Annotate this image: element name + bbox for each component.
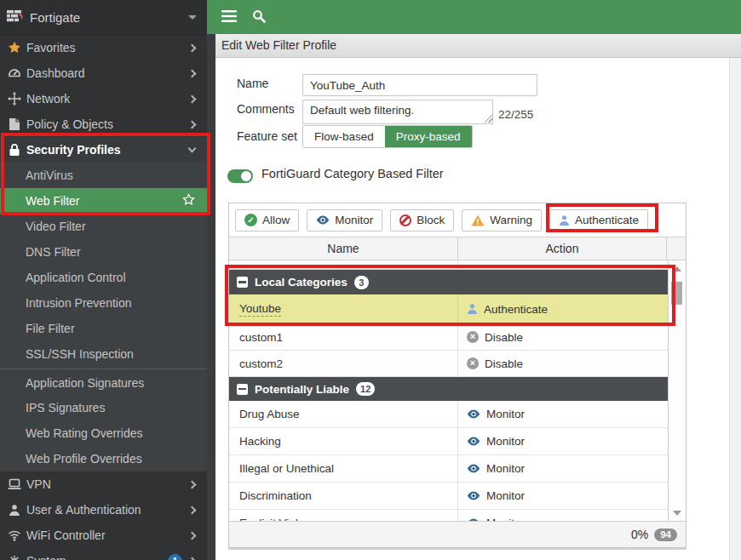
sidebar-item-ips-signatures[interactable]: IPS Signatures <box>0 395 207 420</box>
fortiguard-filter-toggle[interactable] <box>227 169 253 183</box>
sidebar-vendor-header[interactable]: Fortigate <box>0 0 207 35</box>
sidebar-item-label: AntiVirus <box>26 169 195 182</box>
chevron-right-icon <box>188 69 197 77</box>
action-label: Monitor <box>486 408 525 420</box>
group-header-potentially-liable[interactable]: Potentially Liable 12 <box>229 377 668 401</box>
table-row-explicit-violence[interactable]: Explicit Violence Monitor <box>229 510 668 521</box>
sidebar-item-system[interactable]: System 1 <box>0 548 207 560</box>
sidebar-item-label: WiFi Controller <box>26 529 189 542</box>
document-icon <box>7 117 21 131</box>
chevron-right-icon <box>188 557 197 560</box>
sidebar-item-label: Web Filter <box>26 194 182 208</box>
column-header-action[interactable]: Action <box>458 237 667 260</box>
sidebar-item-favorites[interactable]: Favorites <box>0 35 207 60</box>
block-icon <box>399 214 411 226</box>
topbar <box>207 0 741 34</box>
caret-down-icon <box>188 15 197 20</box>
comments-textarea[interactable]: Default web filtering. <box>302 100 493 124</box>
vendor-name: Fortigate <box>30 10 188 25</box>
sidebar-item-antivirus[interactable]: AntiVirus <box>0 163 207 188</box>
name-input[interactable] <box>302 74 537 96</box>
scroll-down-arrow-icon[interactable] <box>673 511 681 516</box>
sidebar-item-label: SSL/SSH Inspection <box>26 347 195 361</box>
chevron-right-icon <box>188 531 197 540</box>
gauge-icon <box>7 66 21 80</box>
sidebar-item-label: Intrusion Prevention <box>26 296 195 310</box>
flow-based-option[interactable]: Flow-based <box>303 126 385 147</box>
sidebar-item-policy-objects[interactable]: Policy & Objects <box>0 111 207 137</box>
category-name: custom2 <box>239 357 283 370</box>
group-header-local-categories[interactable]: Local Categories 3 <box>229 270 668 294</box>
table-row-custom1[interactable]: custom1 Disable <box>229 324 668 351</box>
table-row-discrimination[interactable]: Discrimination Monitor <box>229 483 668 510</box>
monitor-button[interactable]: Monitor <box>307 209 382 231</box>
gear-icon <box>7 554 21 560</box>
sidebar-item-label: DNS Filter <box>26 245 195 259</box>
sidebar-item-file-filter[interactable]: File Filter <box>0 316 207 341</box>
page-scrollbar-track[interactable] <box>729 58 741 560</box>
sidebar-item-web-rating-overrides[interactable]: Web Rating Overrides <box>0 420 207 446</box>
sidebar-item-vpn[interactable]: VPN <box>0 471 207 497</box>
group-count-badge: 12 <box>356 382 375 396</box>
sidebar-item-web-profile-overrides[interactable]: Web Profile Overrides <box>0 446 207 471</box>
sidebar-item-dns-filter[interactable]: DNS Filter <box>0 239 207 265</box>
scrollbar-thumb[interactable] <box>671 282 682 305</box>
sidebar-item-video-filter[interactable]: Video Filter <box>0 214 207 239</box>
button-label: Monitor <box>335 214 373 226</box>
scroll-up-arrow-icon[interactable] <box>673 266 681 271</box>
button-label: Block <box>416 214 445 226</box>
sidebar-item-wifi-controller[interactable]: WiFi Controller <box>0 523 207 548</box>
chevron-down-icon <box>188 145 197 153</box>
table-row-hacking[interactable]: Hacking Monitor <box>229 428 668 455</box>
sidebar-item-ssl-ssh-inspection[interactable]: SSL/SSH Inspection <box>0 341 207 367</box>
column-header-name[interactable]: Name <box>229 237 458 260</box>
sidebar-item-intrusion-prevention[interactable]: Intrusion Prevention <box>0 290 207 316</box>
category-name: Hacking <box>239 435 281 448</box>
table-row-drug-abuse[interactable]: Drug Abuse Monitor <box>229 401 668 428</box>
authenticate-button[interactable]: Authenticate <box>549 209 648 231</box>
table-scrollbar <box>668 260 686 521</box>
allow-button[interactable]: Allow <box>235 209 299 231</box>
resize-grip-icon[interactable] <box>485 115 492 123</box>
sidebar-item-application-control[interactable]: Application Control <box>0 265 207 290</box>
search-icon[interactable] <box>252 9 266 26</box>
sidebar-item-web-filter[interactable]: Web Filter <box>0 188 207 214</box>
sidebar-item-label: Web Rating Overrides <box>26 426 195 440</box>
sidebar-item-application-signatures[interactable]: Application Signatures <box>0 370 207 395</box>
collapse-minus-icon[interactable] <box>237 277 248 288</box>
block-button[interactable]: Block <box>390 209 454 231</box>
sidebar-item-user-authentication[interactable]: User & Authentication <box>0 497 207 523</box>
feature-set-segmented-control: Flow-based Proxy-based <box>302 125 473 148</box>
total-count-badge: 94 <box>654 529 677 541</box>
column-header-spacer <box>667 237 686 260</box>
feature-set-label: Feature set <box>237 129 297 143</box>
sidebar-item-dashboard[interactable]: Dashboard <box>0 60 207 86</box>
hamburger-menu-icon[interactable] <box>221 10 237 25</box>
sidebar-item-label: Dashboard <box>26 66 189 80</box>
category-name[interactable]: Youtube <box>239 302 281 317</box>
sidebar-item-label: User & Authentication <box>26 503 189 517</box>
fortiguard-filter-label: FortiGuard Category Based Filter <box>261 167 444 180</box>
action-label: Monitor <box>486 435 525 448</box>
star-outline-icon[interactable] <box>182 193 195 209</box>
laptop-icon <box>7 478 21 490</box>
table-row-custom2[interactable]: custom2 Disable <box>229 351 668 377</box>
comments-label: Comments <box>237 102 295 116</box>
disable-icon <box>467 357 479 369</box>
category-name: Discrimination <box>239 489 312 502</box>
fortigate-app-window: Fortigate Favorites Dashboard Network <box>0 0 741 560</box>
sidebar-item-security-profiles[interactable]: Security Profiles <box>0 137 207 163</box>
breadcrumb: Edit Web Filter Profile <box>215 34 741 58</box>
action-label: Authenticate <box>484 303 548 316</box>
partial-row-top <box>229 260 668 270</box>
group-label: Local Categories <box>255 276 348 289</box>
disable-icon <box>467 331 479 343</box>
table-row-youtube[interactable]: Youtube Authenticate <box>229 294 668 324</box>
sidebar-item-label: Application Signatures <box>26 376 195 390</box>
sidebar-item-network[interactable]: Network <box>0 86 207 111</box>
table-row-illegal-or-unethical[interactable]: Illegal or Unethical Monitor <box>229 455 668 483</box>
proxy-based-option[interactable]: Proxy-based <box>385 126 472 147</box>
collapse-minus-icon[interactable] <box>237 384 248 395</box>
warning-button[interactable]: Warning <box>462 209 542 231</box>
chevron-right-icon <box>188 480 197 489</box>
